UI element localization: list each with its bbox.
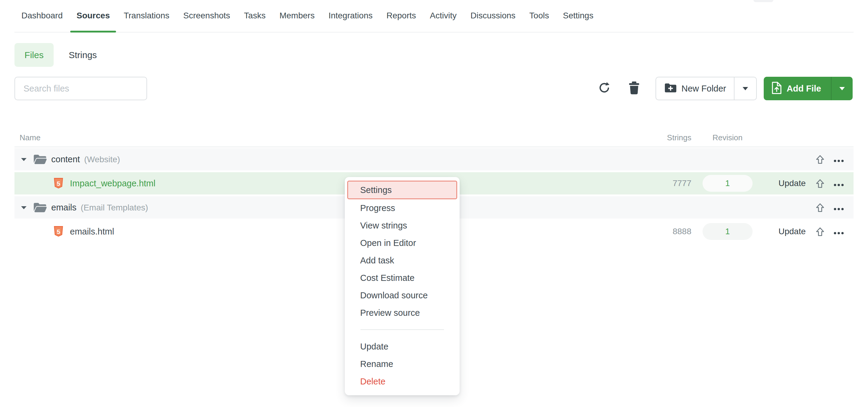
strings-count: 7777 — [632, 172, 691, 195]
menu-item-add-task[interactable]: Add task — [345, 252, 460, 269]
menu-item-progress[interactable]: Progress — [345, 199, 460, 217]
folder-open-icon — [33, 202, 47, 214]
chevron-down-icon[interactable] — [21, 206, 27, 209]
column-header-revision: Revision — [712, 129, 743, 146]
html5-file-icon: 5 — [54, 178, 63, 190]
add-file-button[interactable]: Add File — [764, 77, 831, 100]
nav-item-discussions[interactable]: Discussions — [464, 0, 522, 32]
nav-item-translations[interactable]: Translations — [117, 0, 176, 32]
nav-item-dashboard[interactable]: Dashboard — [14, 0, 70, 32]
search-input[interactable] — [14, 77, 147, 100]
folder-note: (Website) — [84, 155, 120, 164]
trash-icon — [629, 91, 640, 95]
refresh-icon — [598, 90, 610, 95]
more-actions-icon[interactable] — [833, 230, 845, 236]
revision-badge: 1 — [703, 175, 752, 192]
menu-item-open-in-editor[interactable]: Open in Editor — [345, 234, 460, 252]
column-header-strings: Strings — [632, 129, 691, 146]
upload-icon[interactable] — [815, 178, 825, 190]
folder-open-icon — [33, 154, 47, 166]
column-header-name: Name — [20, 129, 40, 146]
table-header: Name Strings Revision — [14, 129, 854, 147]
folder-plus-icon — [664, 83, 677, 94]
nav-item-settings[interactable]: Settings — [556, 0, 600, 32]
nav-item-reports[interactable]: Reports — [379, 0, 423, 32]
tab-files[interactable]: Files — [14, 43, 54, 67]
file-name[interactable]: emails.html — [70, 221, 114, 243]
more-actions-icon[interactable] — [833, 206, 845, 212]
new-folder-button[interactable]: New Folder — [656, 77, 734, 100]
menu-item-rename[interactable]: Rename — [345, 355, 460, 373]
menu-item-download-source[interactable]: Download source — [345, 286, 460, 304]
add-file-split-button: Add File — [764, 77, 852, 100]
html5-file-icon: 5 — [54, 226, 63, 238]
svg-text:5: 5 — [57, 180, 60, 187]
nav-item-activity[interactable]: Activity — [423, 0, 464, 32]
menu-divider — [361, 329, 444, 330]
new-folder-split-button: New Folder — [655, 77, 757, 100]
new-folder-dropdown-button[interactable] — [734, 77, 756, 100]
table-row-folder-content[interactable]: content(Website) — [14, 148, 854, 170]
nav-item-tasks[interactable]: Tasks — [237, 0, 273, 32]
folder-name[interactable]: content(Website) — [51, 148, 120, 171]
strings-count: 8888 — [632, 221, 691, 243]
chevron-down-icon — [839, 87, 845, 90]
nav-item-tools[interactable]: Tools — [522, 0, 556, 32]
update-link[interactable]: Update — [778, 221, 806, 243]
nav-item-members[interactable]: Members — [273, 0, 321, 32]
file-context-menu: Settings Progress View strings Open in E… — [345, 177, 460, 395]
menu-item-view-strings[interactable]: View strings — [345, 217, 460, 234]
sources-files-page: Dashboard Sources Translations Screensho… — [0, 0, 868, 407]
menu-item-settings[interactable]: Settings — [347, 181, 457, 199]
chevron-down-icon — [743, 87, 748, 90]
delete-button[interactable] — [629, 81, 640, 95]
upload-icon[interactable] — [815, 155, 825, 166]
new-folder-label: New Folder — [681, 84, 726, 94]
menu-item-update[interactable]: Update — [345, 338, 460, 355]
add-file-dropdown-button[interactable] — [831, 77, 852, 100]
folder-note: (Email Templates) — [81, 203, 148, 212]
more-actions-icon[interactable] — [833, 158, 845, 164]
revision-badge: 1 — [703, 223, 752, 240]
upload-icon[interactable] — [815, 227, 825, 238]
folder-name[interactable]: emails(Email Templates) — [51, 196, 148, 219]
update-link[interactable]: Update — [778, 172, 806, 195]
menu-item-preview-source[interactable]: Preview source — [345, 304, 460, 321]
file-name[interactable]: Impact_webpage.html — [70, 172, 156, 195]
upload-icon[interactable] — [815, 203, 825, 214]
add-file-label: Add File — [786, 84, 821, 94]
menu-item-delete[interactable]: Delete — [345, 373, 460, 390]
file-upload-icon — [772, 81, 782, 95]
tab-strings[interactable]: Strings — [69, 43, 97, 67]
nav-item-sources[interactable]: Sources — [70, 0, 117, 32]
svg-text:5: 5 — [57, 228, 60, 235]
nav-item-screenshots[interactable]: Screenshots — [176, 0, 237, 32]
refresh-button[interactable] — [598, 82, 610, 95]
menu-item-cost-estimate[interactable]: Cost Estimate — [345, 269, 460, 286]
top-navigation: Dashboard Sources Translations Screensho… — [14, 0, 854, 33]
more-actions-icon[interactable] — [833, 182, 845, 188]
nav-item-integrations[interactable]: Integrations — [321, 0, 379, 32]
chevron-down-icon[interactable] — [21, 158, 27, 161]
